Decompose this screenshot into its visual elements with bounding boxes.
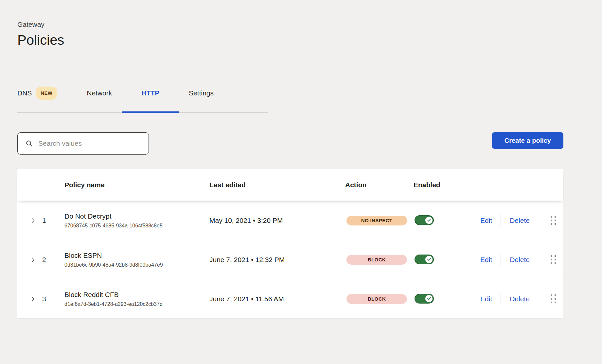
link-divider	[501, 254, 501, 266]
delete-link[interactable]: Delete	[510, 217, 530, 224]
create-policy-button[interactable]: Create a policy	[492, 132, 563, 149]
policy-name: Block ESPN	[64, 251, 209, 259]
delete-link[interactable]: Delete	[510, 256, 530, 264]
last-edited: June 7, 2021 • 11:56 AM	[209, 295, 345, 303]
search-icon	[26, 140, 33, 147]
chevron-right-icon	[30, 296, 36, 302]
policies-table: Policy name Last edited Action Enabled 1…	[17, 169, 563, 318]
breadcrumb: Gateway	[17, 0, 563, 28]
expand-row-button[interactable]	[29, 295, 37, 303]
page-title: Policies	[17, 32, 563, 48]
tab-bar: DNS NEW Network HTTP Settings	[17, 87, 268, 112]
edit-link[interactable]: Edit	[480, 256, 492, 264]
edit-link[interactable]: Edit	[480, 217, 492, 224]
expand-row-button[interactable]	[29, 217, 37, 224]
row-actions: Edit Delete	[480, 254, 547, 266]
tab-http-label: HTTP	[141, 89, 159, 97]
enabled-toggle[interactable]	[415, 215, 434, 225]
row-number: 1	[37, 217, 64, 224]
column-header-last-edited: Last edited	[209, 181, 345, 189]
new-badge: NEW	[36, 87, 57, 100]
row-number: 3	[37, 295, 64, 303]
link-divider	[501, 214, 501, 227]
tab-network[interactable]: Network	[87, 87, 112, 112]
chevron-right-icon	[30, 217, 36, 224]
table-header: Policy name Last edited Action Enabled	[17, 169, 563, 201]
toggle-check-icon	[425, 295, 433, 302]
drag-handle-cell	[547, 294, 563, 303]
action-cell: NO INSPECT	[345, 216, 414, 225]
policy-name: Do Not Decrypt	[64, 212, 209, 220]
expand-row-button[interactable]	[29, 256, 37, 263]
policy-name-cell: Block Reddit CFB d1ef8a7d-3eb1-4728-a293…	[64, 290, 209, 307]
enabled-cell	[414, 294, 480, 304]
gateway-policies-page: Gateway Policies DNS NEW Network HTTP Se…	[17, 0, 563, 318]
link-divider	[501, 293, 501, 305]
toggle-check-icon	[425, 256, 433, 263]
row-actions: Edit Delete	[480, 214, 547, 227]
last-edited: June 7, 2021 • 12:32 PM	[209, 256, 345, 264]
action-badge: BLOCK	[346, 255, 407, 265]
action-badge: BLOCK	[346, 294, 407, 304]
last-edited: May 10, 2021 • 3:20 PM	[209, 217, 345, 224]
enabled-toggle[interactable]	[415, 255, 434, 264]
action-cell: BLOCK	[345, 255, 414, 265]
policy-name-cell: Block ESPN 0d31be6c-9b90-48a4-92b8-9d8f0…	[64, 251, 209, 268]
action-badge: NO INSPECT	[346, 216, 407, 225]
table-row: 3 Block Reddit CFB d1ef8a7d-3eb1-4728-a2…	[17, 279, 563, 318]
enabled-cell	[414, 215, 480, 226]
table-body: 1 Do Not Decrypt 67068745-c075-4685-934a…	[17, 201, 563, 318]
drag-handle-icon[interactable]	[551, 294, 556, 303]
tab-network-label: Network	[87, 89, 112, 97]
policy-name-cell: Do Not Decrypt 67068745-c075-4685-934a-1…	[64, 212, 209, 229]
action-cell: BLOCK	[345, 294, 414, 304]
table-row: 2 Block ESPN 0d31be6c-9b90-48a4-92b8-9d8…	[17, 240, 563, 279]
toggle-check-icon	[425, 217, 433, 224]
column-header-action: Action	[345, 181, 414, 189]
row-number: 2	[37, 256, 64, 264]
delete-link[interactable]: Delete	[510, 295, 530, 303]
search-input[interactable]	[38, 139, 149, 148]
drag-handle-icon[interactable]	[551, 255, 556, 264]
toolbar: Create a policy	[17, 132, 563, 155]
tab-dns[interactable]: DNS NEW	[17, 87, 57, 112]
column-header-enabled: Enabled	[414, 181, 480, 189]
search-box[interactable]	[17, 132, 149, 155]
table-row: 1 Do Not Decrypt 67068745-c075-4685-934a…	[17, 201, 563, 240]
drag-handle-cell	[547, 216, 563, 225]
tab-http[interactable]: HTTP	[141, 87, 159, 112]
chevron-right-icon	[30, 256, 36, 263]
drag-handle-icon[interactable]	[551, 216, 556, 225]
edit-link[interactable]: Edit	[480, 295, 492, 303]
column-header-policy-name: Policy name	[64, 181, 209, 189]
policy-id: 0d31be6c-9b90-48a4-92b8-9d8f09ba47e9	[64, 262, 209, 268]
policy-id: d1ef8a7d-3eb1-4728-a293-ea120c2cb37d	[64, 301, 209, 307]
tab-dns-label: DNS	[17, 89, 32, 97]
policy-name: Block Reddit CFB	[64, 290, 209, 299]
drag-handle-cell	[547, 255, 563, 264]
enabled-cell	[414, 255, 480, 265]
tab-settings-label: Settings	[189, 89, 214, 97]
row-actions: Edit Delete	[480, 293, 547, 305]
enabled-toggle[interactable]	[415, 294, 434, 304]
policy-id: 67068745-c075-4685-934a-1064f588c8e5	[64, 223, 209, 229]
tab-settings[interactable]: Settings	[189, 87, 214, 112]
